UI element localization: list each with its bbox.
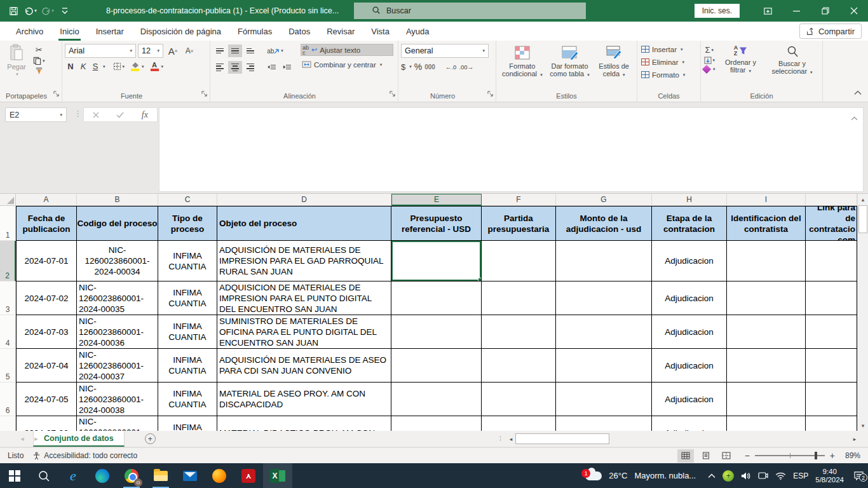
col-header-d[interactable]: D bbox=[217, 194, 391, 206]
cut-icon[interactable]: ✂ bbox=[33, 45, 45, 55]
col-header-i[interactable]: I bbox=[727, 194, 806, 206]
header-cell[interactable]: Partida presupuestaria bbox=[482, 206, 556, 241]
cell[interactable] bbox=[391, 383, 482, 416]
row-header-3[interactable]: 3 bbox=[0, 281, 16, 315]
restore-button[interactable] bbox=[811, 0, 839, 22]
zoom-slider-thumb[interactable] bbox=[815, 452, 817, 459]
tab-ayuda[interactable]: Ayuda bbox=[398, 22, 438, 41]
cell[interactable] bbox=[391, 281, 482, 315]
weather-widget[interactable]: 1 bbox=[585, 471, 602, 480]
cell[interactable]: NIC-1260023860001-2024-00035 bbox=[77, 281, 158, 315]
cell[interactable]: NIC-1260023860001-2024-00037 bbox=[77, 349, 158, 383]
autosum-icon[interactable]: Σ▾ bbox=[703, 45, 715, 55]
customize-qat-button[interactable] bbox=[57, 3, 73, 19]
insert-function-icon[interactable]: fx bbox=[133, 110, 157, 120]
tab-archivo[interactable]: Archivo bbox=[8, 22, 51, 41]
horizontal-scroll-thumb[interactable] bbox=[515, 433, 609, 444]
cell[interactable]: INFIMA CUANTIA bbox=[158, 241, 217, 281]
share-button[interactable]: Compartir bbox=[799, 24, 862, 39]
search-box[interactable]: Buscar bbox=[354, 3, 586, 19]
cell[interactable]: 2024-07-04 bbox=[16, 349, 77, 383]
cell[interactable] bbox=[391, 416, 482, 431]
increase-indent-icon[interactable] bbox=[280, 61, 294, 74]
comma-format-icon[interactable]: 000 bbox=[424, 64, 435, 71]
cell[interactable] bbox=[556, 281, 652, 315]
font-name-select[interactable]: Arial▾ bbox=[65, 44, 136, 58]
underline-button[interactable]: S bbox=[90, 62, 100, 71]
accessibility-status[interactable]: Accesibilidad: todo correcto bbox=[32, 451, 137, 460]
zoom-level[interactable]: 89% bbox=[839, 451, 860, 460]
cell[interactable] bbox=[727, 416, 806, 431]
increase-decimal-icon[interactable]: ←.0 bbox=[445, 64, 456, 71]
header-cell[interactable]: Tipo de proceso bbox=[158, 206, 217, 241]
zoom-in-icon[interactable]: + bbox=[830, 451, 835, 461]
col-header-b[interactable]: B bbox=[77, 194, 158, 206]
cell[interactable] bbox=[806, 241, 857, 281]
cell[interactable]: 2024-07-06 bbox=[16, 416, 77, 431]
header-cell[interactable]: Identificacion del contratista bbox=[727, 206, 806, 241]
header-cell[interactable]: Link para de contratacio com bbox=[806, 206, 857, 241]
firefox-button[interactable] bbox=[205, 463, 234, 488]
internet-explorer-button[interactable]: e bbox=[58, 463, 88, 488]
cell[interactable]: ADQUISICIÓN DE MATERIALES DE IMPRESION P… bbox=[217, 241, 391, 281]
align-bottom-icon[interactable] bbox=[243, 44, 257, 57]
clipboard-dialog-launcher-icon[interactable] bbox=[53, 88, 59, 99]
conditional-formatting-button[interactable]: Formato condicional ▾ bbox=[499, 44, 546, 90]
header-cell[interactable]: Monto de la adjudicacion - usd bbox=[556, 206, 652, 241]
excel-taskbar-button[interactable]: X bbox=[263, 463, 292, 488]
cell[interactable]: INFIMA CUANTIA bbox=[158, 315, 217, 349]
redo-button[interactable]: ▾ bbox=[39, 3, 56, 19]
meet-now-icon[interactable] bbox=[758, 471, 768, 480]
cell[interactable] bbox=[727, 315, 806, 349]
fill-icon[interactable]: ▾ bbox=[703, 57, 715, 64]
new-sheet-button[interactable]: + bbox=[145, 433, 156, 444]
cell[interactable]: ADQUISICION DE MATERIALES DE IMPRESION P… bbox=[217, 281, 391, 315]
cell[interactable] bbox=[482, 241, 556, 281]
copy-icon[interactable]: ▾ bbox=[33, 57, 45, 65]
cell[interactable] bbox=[556, 383, 652, 416]
formula-input[interactable] bbox=[159, 107, 864, 192]
cell[interactable]: INFIMA CUANTIA bbox=[158, 281, 217, 315]
cell[interactable]: Adjudicacion bbox=[652, 349, 727, 383]
cell[interactable]: Adjudicacion bbox=[652, 281, 727, 315]
hscroll-left-icon[interactable]: ◂ bbox=[506, 433, 515, 444]
row-header-5[interactable]: 5 bbox=[0, 349, 16, 383]
file-explorer-button[interactable] bbox=[146, 463, 175, 488]
cell[interactable]: NIC-1260023860001-2024-00034 bbox=[77, 241, 158, 281]
ribbon-display-options-icon[interactable] bbox=[754, 0, 782, 22]
tab-formulas[interactable]: Fórmulas bbox=[229, 22, 280, 41]
col-header-g[interactable]: G bbox=[556, 194, 652, 206]
col-header-a[interactable]: A bbox=[16, 194, 77, 206]
cell[interactable] bbox=[482, 281, 556, 315]
cell[interactable] bbox=[391, 315, 482, 349]
merge-center-button[interactable]: Combinar y centrar ▾ bbox=[301, 58, 409, 71]
name-box[interactable]: E2▾ bbox=[5, 107, 67, 122]
cell[interactable] bbox=[482, 349, 556, 383]
row-header-2[interactable]: 2 bbox=[0, 241, 16, 281]
cell[interactable]: MATERIAL DIDACTICO PROY. AM CON bbox=[217, 416, 391, 431]
paste-button[interactable]: Pegar ▾ bbox=[3, 44, 31, 90]
percent-format-icon[interactable]: % bbox=[414, 62, 422, 72]
col-header-f[interactable]: F bbox=[482, 194, 556, 206]
col-header-c[interactable]: C bbox=[158, 194, 217, 206]
align-top-icon[interactable] bbox=[213, 44, 227, 57]
insert-cells-button[interactable]: Insertar▾ bbox=[640, 43, 698, 55]
notification-center-button[interactable]: 2 bbox=[853, 471, 864, 480]
undo-button[interactable]: ▾ bbox=[22, 3, 39, 19]
cell[interactable] bbox=[482, 383, 556, 416]
taskbar-search-button[interactable] bbox=[29, 463, 58, 488]
align-left-icon[interactable] bbox=[213, 61, 227, 74]
cell[interactable]: NIC-1260023860001- bbox=[77, 416, 158, 431]
tab-vista[interactable]: Vista bbox=[363, 22, 398, 41]
font-dialog-launcher-icon[interactable] bbox=[201, 88, 207, 99]
select-all-corner[interactable] bbox=[0, 194, 16, 206]
row-header-7[interactable]: 7 bbox=[0, 416, 16, 431]
cell[interactable]: 2024-07-05 bbox=[16, 383, 77, 416]
zoom-slider[interactable] bbox=[755, 455, 825, 456]
scroll-down-icon[interactable]: ▾ bbox=[858, 420, 868, 431]
sort-filter-button[interactable]: AZ Ordenar y filtrar ▾ bbox=[718, 44, 764, 90]
cell[interactable]: SUMINISTRO DE MATERIALES DE OFICINA PARA… bbox=[217, 315, 391, 349]
row-header-1[interactable]: 1 bbox=[0, 206, 16, 241]
cell[interactable]: MATERIAL DE ASEO PROY. AM CON DISCAPACID… bbox=[217, 383, 391, 416]
cell[interactable] bbox=[727, 241, 806, 281]
